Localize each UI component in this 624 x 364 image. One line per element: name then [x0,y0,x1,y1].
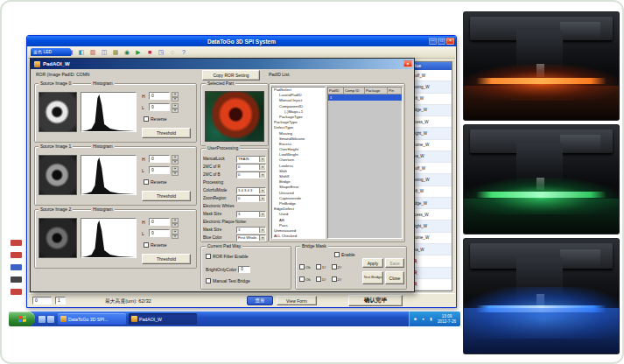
confirm-complete-button[interactable]: 确认完毕 [348,295,403,306]
bridge-option[interactable]: 1# [316,264,326,270]
reverse-checkbox-row[interactable]: Reverse [144,179,167,185]
toolbar-icon[interactable]: ? [179,48,188,57]
column-header[interactable]: Pin [388,88,402,94]
threshold-high-input[interactable]: 0 [149,218,170,226]
toolbar-icon[interactable]: ■ [145,48,154,57]
spinner[interactable]: ▲▼ [172,155,179,163]
tree-item[interactable]: ALL Checked [272,234,325,239]
dropdown[interactable]: 3 4 3 4 3 ▼ [236,187,266,194]
bridge-mask-enable[interactable]: Enable [334,252,355,257]
column-header[interactable]: PadID [328,88,344,94]
dropdown[interactable]: TRAIN ▼ [236,156,266,163]
spinner[interactable]: ▲▼ [172,166,179,174]
bridge-option[interactable]: 2# [332,264,342,270]
reverse-checkbox[interactable] [144,179,149,185]
chevron-down-icon[interactable]: ▼ [259,164,265,170]
column-header[interactable]: Package [365,88,388,94]
maximize-button[interactable]: □ [438,38,445,45]
quick-launch-icon[interactable] [39,316,46,323]
bright-only-color-input[interactable]: 0 [238,266,250,273]
reverse-checkbox[interactable] [144,116,149,122]
padid-list-header: PadIDComp IDPackagePin [328,88,402,94]
chevron-down-icon[interactable]: ▼ [259,172,265,178]
bridge-option[interactable]: 2# [332,276,342,282]
threshold-low-input[interactable]: 0 [149,103,170,111]
spinner[interactable]: ▲▼ [172,92,179,100]
threshold-button[interactable]: Threshold [142,128,191,138]
status-value-1[interactable]: 0 [32,297,52,304]
quick-launch-icon[interactable] [47,316,54,323]
tray-icon[interactable]: ◆ [412,316,418,322]
threshold-button[interactable]: Threshold [142,191,191,201]
bridge-option[interactable]: Ok [299,276,311,282]
checkbox[interactable] [299,276,305,282]
dialog-titlebar[interactable]: PadAOI_W × [31,59,414,69]
bridge-option[interactable]: Ok [299,264,311,270]
test-bridge-button[interactable]: Test Bridge [362,271,383,284]
checkbox[interactable] [206,254,211,259]
toolbar-icon[interactable]: ◉ [123,48,131,57]
toolbar-icon[interactable]: ◌ [168,48,177,57]
chevron-down-icon[interactable]: ▼ [259,228,265,233]
chevron-down-icon[interactable]: ▼ [259,235,265,241]
toolbar-icon[interactable]: ◫ [100,48,109,57]
clock[interactable]: 13:09 2012-7-26 [436,314,458,324]
checkbox[interactable] [299,264,305,270]
user-processing-group: UserProcessing ManualLock TRAIN ▼ [200,148,269,242]
checkbox[interactable] [316,276,321,282]
spinner[interactable]: ▲▼ [172,103,179,111]
ror-filter-enable[interactable]: ROR Filter Enable [206,254,249,259]
save-button[interactable]: Save [385,258,404,268]
toolbar-icon[interactable]: ▩ [111,48,120,57]
minimize-button[interactable]: ─ [429,38,437,45]
checkbox[interactable] [334,252,340,257]
copy-ror-setting-button[interactable]: Copy ROR Setting [202,70,260,80]
view-button-cn[interactable]: 查看 [247,296,273,305]
chevron-down-icon[interactable]: ▼ [259,212,265,217]
reverse-checkbox[interactable] [144,242,149,248]
threshold-button[interactable]: Threshold [142,254,191,264]
toolbar-icon[interactable]: ◳ [157,48,165,57]
toolbar-icon[interactable]: ◧ [77,48,86,57]
dropdown[interactable]: First Whole.. ▼ [236,234,266,242]
manual-test-bridge[interactable]: Manual Test Bridge [206,278,250,284]
bridge-option[interactable]: 1# [316,276,326,282]
checkbox[interactable] [316,264,321,270]
column-header[interactable]: Comp ID [344,88,365,94]
selected-row[interactable]: 1 [328,94,402,101]
close-button[interactable]: × [446,38,454,45]
dropdown[interactable]: 0 ▼ [236,164,266,171]
spinner[interactable]: ▲▼ [172,218,179,226]
dropdown[interactable]: 0 ▼ [236,195,266,202]
reverse-checkbox-row[interactable]: Reverse [144,116,167,122]
dropdown[interactable]: 3 ▼ [236,211,266,218]
dropdown[interactable]: 0 ▼ [236,172,266,178]
apply-button[interactable]: Apply [362,258,383,268]
dropdown[interactable]: 3 ▼ [236,227,266,234]
tray-icon[interactable]: ▮ [428,316,434,322]
main-window-titlebar[interactable]: DataToGo 3D SPI System ─ □ × [27,36,456,46]
spinner[interactable]: ▲▼ [172,229,179,237]
taskbar-task[interactable]: DataToGo 3D SPI... [58,313,126,325]
close-dialog-button[interactable]: Close [385,271,404,284]
tray-icon[interactable]: ● [420,316,426,322]
view-form-button[interactable]: View Form [277,296,317,305]
dialog-close-button[interactable]: × [403,60,412,67]
taskbar-task[interactable]: PadAOI_W [129,313,197,325]
threshold-high-input[interactable]: 0 [149,155,170,163]
toolbar-icon[interactable]: ▥ [88,48,97,57]
start-button[interactable] [9,312,35,326]
background-window-titlebar[interactable]: 蓝色 LED [31,48,71,56]
checkbox[interactable] [332,276,337,282]
chevron-down-icon[interactable]: ▼ [259,157,265,162]
threshold-low-input[interactable]: 0 [149,229,170,237]
chevron-down-icon[interactable]: ▼ [259,188,265,193]
toolbar-icon[interactable]: ▶ [134,48,143,57]
checkbox[interactable] [332,264,337,270]
checkbox[interactable] [206,278,211,284]
threshold-low-input[interactable]: 0 [149,166,170,174]
reverse-checkbox-row[interactable]: Reverse [144,242,167,248]
chevron-down-icon[interactable]: ▼ [259,196,265,201]
threshold-high-input[interactable]: 0 [149,92,170,100]
status-value-2[interactable]: 1 [55,297,66,304]
